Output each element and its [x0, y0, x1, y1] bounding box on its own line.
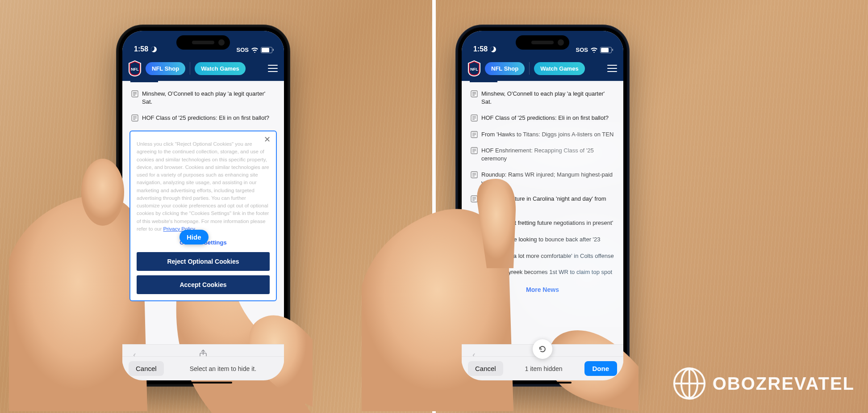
news-item[interactable]: HOF Class of '25 predictions: Eli in on …	[126, 110, 280, 126]
article-icon	[471, 269, 478, 276]
news-list: Minshew, O'Connell to each play 'a legit…	[462, 82, 623, 281]
news-headline: Roundup: Rams WR injured; Mangum highest…	[481, 171, 614, 186]
nfl-shop-button[interactable]: NFL Shop	[485, 62, 525, 75]
watermark-text: OBOZREVATEL	[713, 374, 855, 394]
nfl-logo-icon: NFL	[468, 60, 480, 76]
news-item[interactable]: HOF Enshrinement: Recapping Class of '25…	[465, 143, 620, 167]
news-headline: Minshew, O'Connell to each play 'a legit…	[142, 90, 275, 105]
news-headline: Sanders: Culture in Carolina 'night and …	[481, 195, 614, 211]
article-icon	[471, 195, 478, 202]
globe-icon	[673, 367, 705, 400]
news-list: Minshew, O'Connell to each play 'a legit…	[122, 82, 284, 126]
article-icon	[131, 90, 138, 97]
home-indicator	[174, 382, 232, 384]
nfl-app-header: NFL NFL Shop Watch Games	[462, 56, 623, 81]
cancel-button[interactable]: Cancel	[129, 361, 164, 376]
news-item[interactable]: Minshew, O'Connell to each play 'a legit…	[465, 86, 620, 110]
news-headline: HOF Enshrinement: Recapping Class of '25…	[481, 147, 614, 162]
status-time: 1:58	[134, 45, 148, 53]
hide-items-toolbar: Cancel 1 item hidden Done	[462, 356, 623, 380]
toolbar-status-text: Select an item to hide it.	[168, 365, 278, 372]
sos-indicator: SOS	[576, 46, 588, 53]
article-icon	[471, 171, 478, 178]
article-icon	[471, 147, 478, 154]
article-icon	[471, 114, 478, 122]
news-item[interactable]: Chiefs' Moore looking to bounce back aft…	[465, 232, 620, 248]
news-item[interactable]: Richardson 'a lot more comfortable' in C…	[465, 248, 620, 265]
cookie-consent-text: Unless you click "Reject Optional Cookie…	[137, 140, 270, 233]
news-headline: QB Purdy not fretting future negotiation…	[481, 219, 613, 227]
watch-games-button[interactable]: Watch Games	[534, 62, 585, 75]
news-item[interactable]: Sanders: Culture in Carolina 'night and …	[465, 191, 620, 215]
svg-point-54	[681, 369, 697, 398]
news-headline: Top 100: Tyreek becomes 1st WR to claim …	[481, 268, 612, 276]
nfl-app-header: NFL NFL Shop Watch Games	[122, 56, 284, 81]
dynamic-island	[176, 35, 230, 50]
reject-cookies-button[interactable]: Reject Optional Cookies	[137, 252, 270, 271]
menu-hamburger-icon[interactable]	[268, 65, 278, 72]
do-not-disturb-icon	[151, 46, 157, 52]
more-news-link[interactable]: More News	[462, 281, 623, 320]
toolbar-status-text: 1 item hidden	[508, 365, 580, 372]
article-icon	[471, 219, 478, 227]
article-icon	[471, 90, 478, 97]
news-headline: HOF Class of '25 predictions: Eli in on …	[142, 114, 269, 122]
article-icon	[471, 236, 478, 243]
article-icon	[131, 114, 138, 122]
nfl-shop-button[interactable]: NFL Shop	[146, 62, 185, 75]
cookie-consent-modal[interactable]: ✕ Unless you click "Reject Optional Cook…	[129, 131, 277, 301]
news-item[interactable]: From 'Hawks to Titans: Diggs joins A-lis…	[465, 126, 620, 143]
accept-cookies-button[interactable]: Accept Cookies	[137, 275, 270, 294]
close-icon[interactable]: ✕	[263, 135, 271, 144]
svg-text:NFL: NFL	[131, 67, 139, 72]
do-not-disturb-icon	[490, 46, 496, 52]
dynamic-island	[516, 35, 569, 50]
news-item[interactable]: Top 100: Tyreek becomes 1st WR to claim …	[465, 264, 620, 281]
hide-distracting-item-button[interactable]: Hide	[179, 230, 209, 244]
wifi-icon	[251, 47, 258, 53]
status-time: 1:58	[473, 45, 488, 53]
news-item[interactable]: Roundup: Rams WR injured; Mangum highest…	[465, 167, 620, 191]
battery-icon	[600, 47, 612, 53]
hide-items-toolbar: Cancel Select an item to hide it.	[122, 356, 284, 380]
news-item[interactable]: QB Purdy not fretting future negotiation…	[465, 215, 620, 232]
battery-icon	[261, 47, 272, 53]
nfl-logo-icon: NFL	[129, 60, 141, 76]
obozrevatel-watermark: OBOZREVATEL	[673, 367, 855, 400]
news-headline: Richardson 'a lot more comfortable' in C…	[481, 252, 614, 260]
svg-text:NFL: NFL	[470, 67, 478, 72]
home-indicator	[513, 382, 572, 384]
news-item[interactable]: HOF Class of '25 predictions: Eli in on …	[465, 110, 620, 126]
news-item[interactable]: Minshew, O'Connell to each play 'a legit…	[126, 86, 280, 110]
article-icon	[471, 131, 478, 138]
menu-hamburger-icon[interactable]	[607, 65, 617, 72]
news-headline: From 'Hawks to Titans: Diggs joins A-lis…	[481, 131, 613, 139]
done-button[interactable]: Done	[584, 361, 618, 376]
news-headline: Chiefs' Moore looking to bounce back aft…	[481, 236, 601, 244]
iphone-right-device: 1:58 SOS NFL NFL Shop Watch Games Minshe…	[455, 25, 630, 387]
iphone-left-device: 1:58 SOS NFL NFL Shop Watch Games	[116, 25, 290, 387]
watch-games-button[interactable]: Watch Games	[195, 62, 246, 75]
news-headline: HOF Class of '25 predictions: Eli in on …	[481, 114, 609, 122]
undo-hide-button[interactable]	[533, 339, 552, 359]
sos-indicator: SOS	[237, 46, 249, 53]
news-headline: Minshew, O'Connell to each play 'a legit…	[481, 90, 614, 105]
cancel-button[interactable]: Cancel	[468, 361, 503, 376]
article-icon	[471, 253, 478, 260]
wifi-icon	[591, 47, 597, 53]
image-split-divider	[432, 0, 436, 413]
